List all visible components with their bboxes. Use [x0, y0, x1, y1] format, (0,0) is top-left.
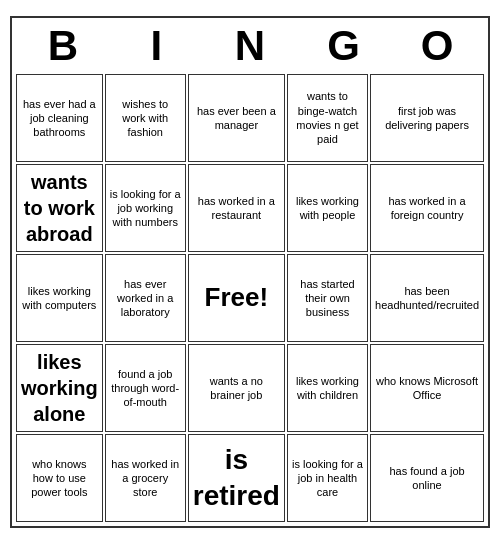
cell-text-8: likes working with people — [292, 194, 363, 223]
bingo-cell-8: likes working with people — [287, 164, 368, 252]
bingo-cell-7: has worked in a restaurant — [188, 164, 285, 252]
bingo-cell-9: has worked in a foreign country — [370, 164, 484, 252]
cell-text-12: Free! — [205, 281, 269, 315]
cell-text-18: likes working with children — [292, 374, 363, 403]
bingo-cell-10: likes working with computers — [16, 254, 103, 342]
bingo-cell-24: has found a job online — [370, 434, 484, 522]
cell-text-19: who knows Microsoft Office — [375, 374, 479, 403]
cell-text-7: has worked in a restaurant — [193, 194, 280, 223]
bingo-cell-12: Free! — [188, 254, 285, 342]
bingo-letter-b: B — [19, 22, 107, 70]
bingo-cell-19: who knows Microsoft Office — [370, 344, 484, 432]
bingo-cell-22: is retired — [188, 434, 285, 522]
cell-text-15: likes working alone — [21, 349, 98, 427]
cell-text-5: wants to work abroad — [21, 169, 98, 247]
cell-text-17: wants a no brainer job — [193, 374, 280, 403]
cell-text-3: wants to binge-watch movies n get paid — [292, 89, 363, 146]
cell-text-23: is looking for a job in health care — [292, 457, 363, 500]
bingo-cell-5: wants to work abroad — [16, 164, 103, 252]
bingo-cell-4: first job was delivering papers — [370, 74, 484, 162]
bingo-cell-23: is looking for a job in health care — [287, 434, 368, 522]
bingo-cell-18: likes working with children — [287, 344, 368, 432]
cell-text-4: first job was delivering papers — [375, 104, 479, 133]
bingo-letter-n: N — [206, 22, 294, 70]
cell-text-14: has been headhunted/recruited — [375, 284, 479, 313]
cell-text-21: has worked in a grocery store — [110, 457, 181, 500]
bingo-cell-14: has been headhunted/recruited — [370, 254, 484, 342]
bingo-cell-2: has ever been a manager — [188, 74, 285, 162]
cell-text-22: is retired — [193, 442, 280, 515]
bingo-letter-i: I — [112, 22, 200, 70]
bingo-cell-1: wishes to work with fashion — [105, 74, 186, 162]
bingo-cell-11: has ever worked in a laboratory — [105, 254, 186, 342]
cell-text-9: has worked in a foreign country — [375, 194, 479, 223]
cell-text-6: is looking for a job working with number… — [110, 187, 181, 230]
cell-text-1: wishes to work with fashion — [110, 97, 181, 140]
cell-text-10: likes working with computers — [21, 284, 98, 313]
cell-text-0: has ever had a job cleaning bathrooms — [21, 97, 98, 140]
bingo-cell-0: has ever had a job cleaning bathrooms — [16, 74, 103, 162]
bingo-letter-o: O — [393, 22, 481, 70]
cell-text-16: found a job through word-of-mouth — [110, 367, 181, 410]
bingo-card: BINGO has ever had a job cleaning bathro… — [10, 16, 490, 528]
cell-text-24: has found a job online — [375, 464, 479, 493]
bingo-cell-17: wants a no brainer job — [188, 344, 285, 432]
bingo-cell-13: has started their own business — [287, 254, 368, 342]
bingo-letter-g: G — [300, 22, 388, 70]
bingo-cell-16: found a job through word-of-mouth — [105, 344, 186, 432]
bingo-cell-3: wants to binge-watch movies n get paid — [287, 74, 368, 162]
cell-text-11: has ever worked in a laboratory — [110, 277, 181, 320]
bingo-cell-6: is looking for a job working with number… — [105, 164, 186, 252]
bingo-header: BINGO — [16, 22, 484, 70]
bingo-cell-20: who knows how to use power tools — [16, 434, 103, 522]
bingo-cell-21: has worked in a grocery store — [105, 434, 186, 522]
bingo-cell-15: likes working alone — [16, 344, 103, 432]
bingo-grid: has ever had a job cleaning bathroomswis… — [16, 74, 484, 522]
cell-text-20: who knows how to use power tools — [21, 457, 98, 500]
cell-text-13: has started their own business — [292, 277, 363, 320]
cell-text-2: has ever been a manager — [193, 104, 280, 133]
